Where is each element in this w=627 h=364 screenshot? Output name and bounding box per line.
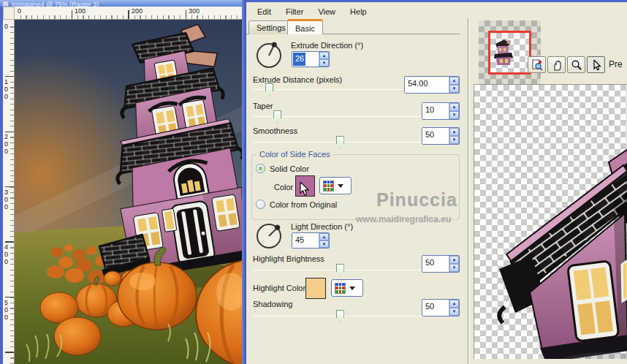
extrude-direction-spinner: ▲ ▼	[319, 52, 329, 67]
menu-filter[interactable]: Filter	[279, 6, 310, 18]
smoothness-thumb[interactable]	[336, 136, 344, 148]
image-canvas[interactable]	[15, 20, 242, 364]
navigator-icon	[531, 59, 543, 71]
thumbnail-house-image	[493, 38, 514, 66]
highlight-brightness-input[interactable]: 50 ▲ ▼	[422, 255, 460, 273]
color-grid-icon	[335, 283, 346, 294]
magnifier-icon	[571, 59, 582, 71]
spin-down-icon[interactable]: ▼	[449, 308, 459, 316]
spin-down-icon[interactable]: ▼	[449, 136, 459, 144]
extrude-distance-thumb[interactable]	[265, 83, 273, 96]
highlight-brightness-value[interactable]: 50	[422, 256, 449, 272]
side-color-picker-button[interactable]	[319, 177, 352, 194]
solid-color-label[interactable]: Solid Color	[270, 164, 309, 173]
watermark-name: Pinuccia	[376, 189, 457, 211]
chevron-down-icon	[349, 287, 355, 290]
taper-spinner: ▲ ▼	[449, 103, 459, 119]
taper-thumb[interactable]	[273, 110, 281, 123]
spin-up-icon[interactable]: ▲	[319, 52, 329, 59]
ruler-v-label: 1 0 0	[4, 78, 8, 100]
ruler-h-label: 300	[189, 7, 200, 15]
light-direction-label: Light Direction (°)	[291, 222, 353, 231]
menu-help[interactable]: Help	[343, 6, 373, 18]
extrude-direction-input[interactable]: 26 ▲ ▼	[292, 51, 330, 67]
thumbnail-selection-box[interactable]	[488, 31, 531, 75]
preview-toolbar	[528, 56, 605, 73]
menubar: Edit Filter View Help	[246, 4, 627, 18]
spin-up-icon[interactable]: ▲	[449, 300, 459, 308]
shadowing-thumb[interactable]	[336, 310, 344, 322]
shadowing-spinner: ▲ ▼	[449, 300, 459, 316]
tab-basic[interactable]: Basic	[287, 19, 323, 34]
spin-down-icon[interactable]: ▼	[449, 264, 459, 272]
taper-value[interactable]: 10	[422, 103, 449, 119]
spin-down-icon[interactable]: ▼	[319, 240, 329, 248]
color-label: Color	[274, 183, 293, 192]
filter-dialog: Edit Filter View Help Settings Basic Ext…	[246, 0, 627, 364]
highlight-color-picker-button[interactable]	[331, 279, 363, 297]
highlight-color-label: Highlight Color	[253, 284, 305, 292]
pan-tool-button[interactable]	[547, 56, 566, 73]
panel-divider	[468, 18, 469, 364]
highlight-brightness-label: Highlight Brightness	[253, 254, 324, 263]
spin-up-icon[interactable]: ▲	[449, 256, 459, 264]
image-window-title: Immagine4 @ 75% (Raster 3)	[12, 1, 99, 7]
smoothness-input[interactable]: 50 ▲ ▼	[422, 127, 460, 145]
menu-view[interactable]: View	[311, 6, 342, 18]
color-from-original-radio[interactable]	[256, 200, 265, 209]
smoothness-spinner: ▲ ▼	[449, 128, 459, 144]
extrude-distance-value[interactable]: 54.00	[405, 77, 449, 93]
light-direction-input[interactable]: 45 ▲ ▼	[292, 232, 330, 249]
menu-edit[interactable]: Edit	[251, 6, 278, 18]
spin-down-icon[interactable]: ▼	[449, 111, 459, 119]
color-from-original-label[interactable]: Color from Original	[270, 200, 337, 209]
light-direction-spinner: ▲ ▼	[319, 233, 329, 248]
spin-down-icon[interactable]: ▼	[319, 59, 329, 67]
spin-up-icon[interactable]: ▲	[319, 233, 329, 240]
light-direction-value[interactable]: 45	[292, 233, 319, 248]
preview-area[interactable]	[474, 84, 627, 359]
app-root: Immagine4 @ 75% (Raster 3) 0100200300 01…	[0, 0, 627, 364]
extrude-direction-value[interactable]: 26	[293, 53, 305, 66]
ruler-v-label: 3 0 0	[4, 189, 8, 211]
solid-color-radio[interactable]	[256, 164, 265, 173]
light-direction-needle	[268, 228, 277, 237]
ruler-v-label: 4 0 0	[4, 243, 8, 265]
shadowing-input[interactable]: 50 ▲ ▼	[422, 299, 460, 316]
image-window: Immagine4 @ 75% (Raster 3) 0100200300 01…	[0, 0, 246, 364]
canvas-artwork	[15, 20, 242, 364]
navigator-tool-button[interactable]	[528, 56, 546, 73]
spin-up-icon[interactable]: ▲	[449, 128, 459, 136]
spin-up-icon[interactable]: ▲	[449, 103, 459, 111]
shadowing-label: Shadowing	[253, 300, 292, 308]
extrude-direction-needle	[268, 45, 274, 56]
extrude-direction-dial[interactable]	[256, 43, 281, 68]
color-grid-icon	[323, 181, 334, 192]
spin-up-icon[interactable]: ▲	[449, 77, 459, 85]
shadowing-value[interactable]: 50	[422, 300, 449, 316]
ruler-h-label: 0	[18, 7, 21, 15]
smoothness-value[interactable]: 50	[422, 128, 449, 144]
extrude-distance-input[interactable]: 54.00 ▲ ▼	[404, 76, 460, 94]
highlight-color-swatch[interactable]	[305, 278, 326, 299]
arrow-pointer-icon	[590, 59, 602, 71]
highlight-brightness-spinner: ▲ ▼	[449, 256, 459, 272]
tabstrip: Settings Basic	[246, 19, 463, 34]
smoothness-label: Smoothness	[253, 126, 297, 135]
navigator-thumbnail[interactable]	[479, 20, 541, 84]
select-tool-button[interactable]	[587, 56, 605, 73]
light-direction-dial[interactable]	[256, 224, 281, 249]
taper-input[interactable]: 10 ▲ ▼	[422, 102, 460, 120]
highlight-brightness-thumb[interactable]	[336, 264, 344, 276]
watermark-site: www.maidiregrafica.eu	[356, 214, 451, 224]
preview-label: Pre	[609, 59, 623, 69]
hand-icon	[551, 59, 563, 71]
extrude-distance-spinner: ▲ ▼	[449, 77, 459, 93]
chevron-down-icon	[338, 184, 343, 188]
ruler-corner	[3, 7, 15, 20]
ruler-v-label: 0	[4, 23, 8, 30]
spin-down-icon[interactable]: ▼	[449, 85, 459, 93]
zoom-tool-button[interactable]	[567, 56, 585, 73]
ruler-v-label: 2 0 0	[4, 133, 8, 155]
image-window-titlebar[interactable]: Immagine4 @ 75% (Raster 3)	[0, 0, 246, 7]
